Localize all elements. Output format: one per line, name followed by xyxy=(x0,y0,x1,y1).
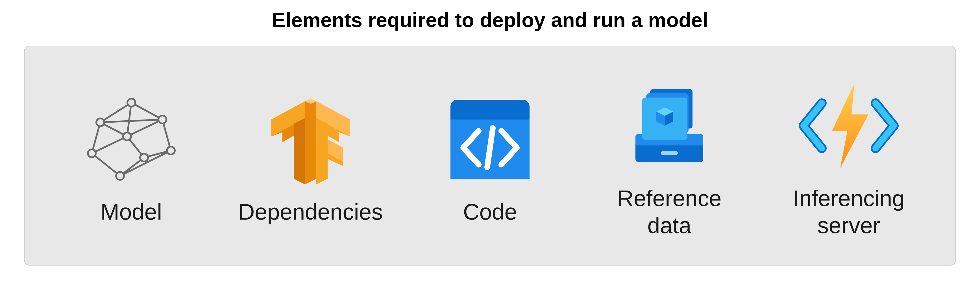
item-code: Code xyxy=(400,86,579,226)
svg-line-1 xyxy=(131,103,162,120)
svg-line-13 xyxy=(127,103,131,136)
svg-line-0 xyxy=(100,103,131,122)
svg-line-5 xyxy=(127,120,162,136)
svg-point-14 xyxy=(127,99,135,107)
svg-line-10 xyxy=(92,153,120,176)
svg-point-21 xyxy=(116,172,124,180)
svg-point-19 xyxy=(167,147,175,155)
svg-rect-38 xyxy=(661,151,678,155)
code-icon xyxy=(448,86,532,193)
svg-point-15 xyxy=(96,119,104,126)
model-graph-icon xyxy=(83,86,179,193)
item-reference-data: Referencedata xyxy=(580,72,759,239)
reference-data-icon xyxy=(624,72,714,179)
item-model: Model xyxy=(41,86,221,226)
svg-line-4 xyxy=(100,120,162,122)
item-label: Model xyxy=(100,198,162,226)
elements-container: Model xyxy=(24,46,956,266)
item-label: Dependencies xyxy=(239,198,383,226)
item-label: Code xyxy=(463,198,517,226)
svg-marker-26 xyxy=(305,101,316,184)
svg-line-6 xyxy=(162,120,171,150)
tensorflow-icon xyxy=(266,86,356,193)
svg-point-17 xyxy=(123,133,131,141)
inferencing-server-icon xyxy=(795,72,902,179)
svg-marker-27 xyxy=(294,118,305,184)
svg-point-16 xyxy=(158,115,166,123)
item-inferencing-server: Inferencingserver xyxy=(759,72,939,239)
item-dependencies: Dependencies xyxy=(221,86,400,226)
svg-line-7 xyxy=(92,136,127,153)
svg-rect-34 xyxy=(450,172,530,179)
svg-marker-28 xyxy=(316,118,328,184)
svg-line-2 xyxy=(92,122,100,153)
svg-marker-45 xyxy=(832,84,869,168)
item-label: Inferencingserver xyxy=(793,185,905,239)
svg-point-20 xyxy=(140,153,148,161)
item-label: Referencedata xyxy=(617,185,722,239)
diagram-title: Elements required to deploy and run a mo… xyxy=(272,8,708,32)
svg-point-18 xyxy=(88,149,96,157)
